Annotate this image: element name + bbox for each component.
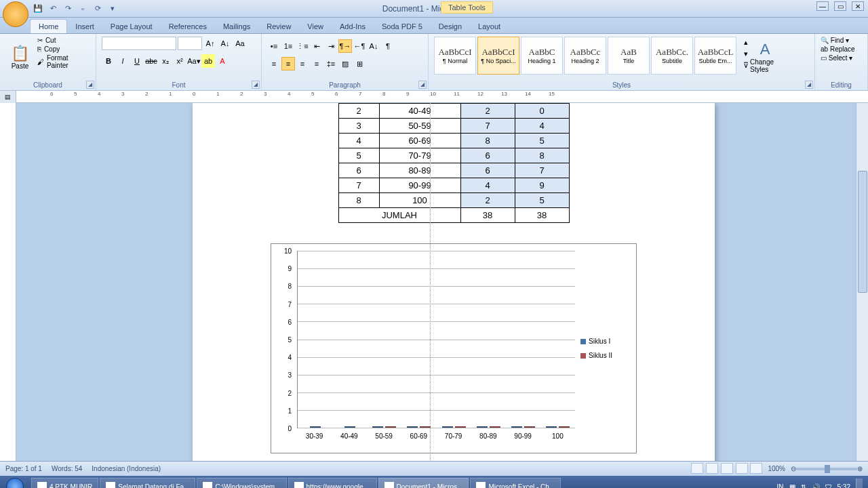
borders-icon[interactable]: ⊞ [353, 57, 366, 70]
tab-review[interactable]: Review [258, 20, 299, 33]
tab-page-layout[interactable]: Page Layout [102, 20, 161, 33]
status-words[interactable]: Words: 54 [52, 465, 82, 472]
draft-icon[interactable] [750, 463, 762, 474]
style-item[interactable]: AaBbCcI¶ No Spaci... [477, 37, 519, 75]
close-button[interactable]: ✕ [852, 1, 864, 11]
print-layout-icon[interactable] [691, 463, 703, 474]
multilevel-icon[interactable]: ⋮≡ [296, 39, 309, 53]
tray-time[interactable]: 5:32 [837, 483, 850, 489]
font-name-input[interactable] [102, 37, 176, 50]
data-table[interactable]: 240-4920350-5974460-6985570-7968680-8967… [338, 103, 570, 223]
full-screen-icon[interactable] [706, 463, 718, 474]
taskbar-item[interactable]: C:\Windows\system... [197, 478, 286, 488]
tab-design[interactable]: Design [431, 20, 470, 33]
outdent-icon[interactable]: ⇤ [310, 39, 323, 53]
status-language[interactable]: Indonesian (Indonesia) [92, 465, 161, 472]
taskbar-item[interactable]: 4 PTK MUNIR [31, 478, 98, 488]
style-item[interactable]: AaBbCcHeading 2 [564, 37, 606, 75]
table-row[interactable]: 680-8967 [338, 163, 569, 178]
tab-view[interactable]: View [299, 20, 332, 33]
find-button[interactable]: 🔍 Find ▾ [821, 37, 855, 44]
font-size-input[interactable] [178, 37, 202, 50]
zoom-level[interactable]: 100% [768, 465, 785, 472]
style-item[interactable]: AaBbCcI¶ Normal [434, 37, 476, 75]
cut-button[interactable]: ✂Cut [37, 37, 90, 44]
grow-font-icon[interactable]: A↑ [203, 37, 217, 50]
style-item[interactable]: AaBbCc.Subtitle [651, 37, 693, 75]
taskbar-item[interactable]: Selamat Datang di Fa... [100, 478, 195, 488]
bold-icon[interactable]: B [102, 54, 115, 68]
strike-icon[interactable]: abc [144, 54, 158, 68]
start-button[interactable] [0, 476, 30, 488]
tray-shield-icon[interactable]: 🛡 [825, 483, 832, 489]
change-styles-button[interactable]: A Change Styles [750, 37, 780, 77]
change-case-icon[interactable]: Aa▾ [187, 54, 201, 68]
minimize-button[interactable]: — [816, 1, 829, 11]
show-desktop-button[interactable] [856, 479, 863, 488]
tray-network-icon[interactable]: ⇅ [801, 483, 806, 489]
ltr-icon[interactable]: ¶→ [338, 39, 352, 53]
replace-button[interactable]: ab Replace [821, 45, 855, 53]
tray-volume-icon[interactable]: 🔊 [812, 483, 820, 489]
underline-icon[interactable]: U [130, 54, 144, 68]
ruler-corner[interactable]: ▤ [0, 91, 16, 103]
align-right-icon[interactable]: ≡ [296, 57, 309, 70]
shrink-font-icon[interactable]: A↓ [218, 37, 232, 50]
paste-button[interactable]: 📋 Paste [5, 37, 35, 77]
highlight-icon[interactable]: ab [201, 54, 215, 68]
vertical-ruler[interactable] [0, 103, 16, 461]
web-layout-icon[interactable] [721, 463, 733, 474]
shading-icon[interactable]: ▨ [338, 57, 352, 70]
status-page[interactable]: Page: 1 of 1 [5, 465, 42, 472]
table-row[interactable]: 790-9949 [338, 178, 569, 193]
zoom-out-button[interactable]: ⊖ [791, 465, 796, 472]
sort-icon[interactable]: A↓ [367, 39, 380, 53]
align-left-icon[interactable]: ≡ [267, 57, 281, 70]
styles-dialog-launcher[interactable]: ◢ [805, 81, 813, 89]
select-button[interactable]: ▭ Select ▾ [821, 54, 855, 62]
tab-references[interactable]: References [161, 20, 215, 33]
view-buttons[interactable] [690, 463, 762, 475]
numbering-icon[interactable]: 1≡ [281, 39, 295, 53]
zoom-slider[interactable] [796, 468, 857, 470]
paragraph-dialog-launcher[interactable]: ◢ [418, 81, 427, 89]
maximize-button[interactable]: ▭ [834, 1, 846, 11]
taskbar-item[interactable]: https://www.google.... [288, 478, 377, 488]
justify-icon[interactable]: ≡ [310, 57, 323, 70]
bullets-icon[interactable]: •≡ [267, 39, 281, 53]
save-icon[interactable]: 💾 [33, 3, 43, 14]
format-painter-button[interactable]: 🖌Format Painter [37, 54, 90, 69]
qat-dropdown-icon[interactable]: ▾ [107, 3, 118, 14]
tab-mailings[interactable]: Mailings [215, 20, 258, 33]
zoom-in-button[interactable]: ⊕ [857, 465, 863, 472]
horizontal-ruler[interactable]: 6543210123456789101112131415 [16, 91, 868, 102]
table-row[interactable]: 460-6985 [338, 134, 569, 148]
copy-button[interactable]: ⎘Copy [37, 45, 90, 53]
tab-layout[interactable]: Layout [470, 20, 509, 33]
table-row[interactable]: 350-5974 [338, 119, 569, 134]
tab-addins[interactable]: Add-Ins [332, 20, 374, 33]
scroll-thumb[interactable] [858, 171, 867, 293]
superscript-icon[interactable]: x² [173, 54, 186, 68]
tray-flag-icon[interactable]: ▦ [789, 483, 795, 489]
taskbar-item[interactable]: Document1 - Micros... [378, 478, 469, 488]
outline-icon[interactable] [736, 463, 748, 474]
refresh-icon[interactable]: ⟳ [92, 3, 103, 14]
style-item[interactable]: AaBTitle [608, 37, 650, 75]
clear-format-icon[interactable]: Aa [233, 37, 247, 50]
tab-insert[interactable]: Insert [67, 20, 102, 33]
table-row[interactable]: 240-4920 [338, 104, 569, 119]
table-row[interactable]: 810025 [338, 193, 569, 208]
font-dialog-launcher[interactable]: ◢ [252, 81, 260, 89]
font-color-icon[interactable]: A [216, 54, 229, 68]
show-marks-icon[interactable]: ¶ [381, 39, 395, 53]
tab-sodapdf[interactable]: Soda PDF 5 [374, 20, 431, 33]
office-button[interactable] [3, 1, 28, 27]
taskbar-item[interactable]: Microsoft Excel - Ch... [470, 478, 561, 488]
clipboard-dialog-launcher[interactable]: ◢ [86, 81, 94, 89]
indent-icon[interactable]: ⇥ [324, 39, 338, 53]
italic-icon[interactable]: I [116, 54, 130, 68]
tray-lang[interactable]: IN [777, 483, 784, 489]
table-total-row[interactable]: JUMLAH3838 [338, 208, 569, 223]
line-spacing-icon[interactable]: ‡≡ [324, 57, 338, 70]
